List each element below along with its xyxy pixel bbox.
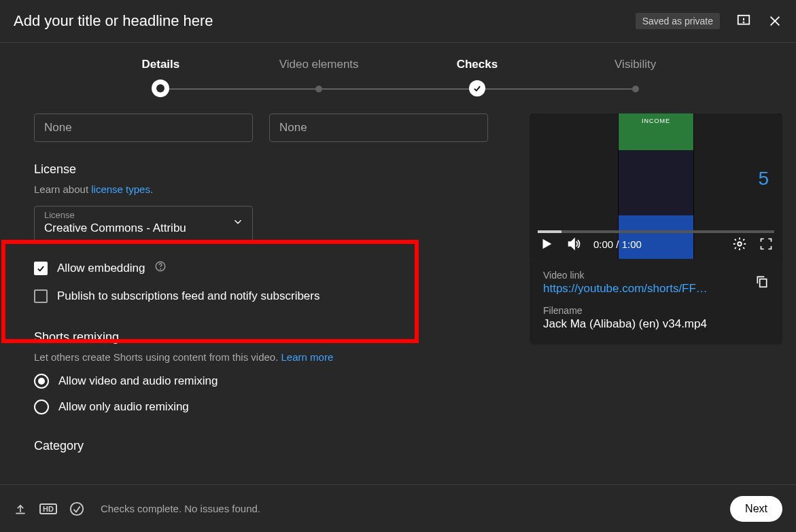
- settings-icon[interactable]: [732, 236, 747, 251]
- step-visibility[interactable]: Visibility: [556, 58, 714, 97]
- filename-label: Filename: [543, 305, 769, 316]
- select-box-1[interactable]: None: [34, 113, 253, 142]
- svg-rect-10: [760, 279, 767, 287]
- footer-status: Checks complete. No issues found.: [101, 503, 260, 514]
- check-circle-icon: [69, 501, 84, 516]
- video-preview-card: 5 0:00 / 1:00: [530, 113, 782, 344]
- upload-icon[interactable]: [14, 502, 27, 516]
- remix-learn-more-link[interactable]: Learn more: [281, 351, 334, 363]
- allow-embedding-checkbox[interactable]: [34, 262, 48, 275]
- svg-point-2: [744, 22, 744, 22]
- remix-opt1-label: Allow video and audio remixing: [58, 374, 218, 388]
- chevron-down-icon: [232, 216, 244, 232]
- allow-embedding-label: Allow embedding: [57, 262, 145, 275]
- license-select[interactable]: License Creative Commons - Attribu: [34, 206, 253, 241]
- license-types-link[interactable]: license types: [91, 183, 150, 195]
- select-box-2[interactable]: None: [269, 113, 488, 142]
- category-heading: Category: [34, 439, 516, 453]
- close-icon[interactable]: [767, 14, 782, 29]
- svg-point-6: [160, 268, 161, 269]
- license-subtext: Learn about license types.: [34, 183, 516, 195]
- step-details[interactable]: Details: [82, 58, 240, 97]
- fullscreen-icon[interactable]: [759, 237, 773, 251]
- video-time: 0:00 / 1:00: [593, 238, 642, 250]
- hd-badge: HD: [39, 503, 57, 514]
- svg-marker-8: [569, 239, 574, 249]
- svg-point-11: [71, 502, 83, 514]
- remix-opt2-label: Allow only audio remixing: [58, 400, 189, 414]
- video-link-label: Video link: [543, 270, 708, 281]
- license-heading: License: [34, 162, 516, 177]
- remix-subtext: Let others create Shorts using content f…: [34, 351, 516, 363]
- remix-heading: Shorts remixing: [34, 330, 516, 344]
- svg-point-9: [738, 242, 742, 246]
- volume-icon[interactable]: [566, 236, 581, 251]
- help-icon[interactable]: [154, 260, 167, 276]
- step-video-elements[interactable]: Video elements: [240, 58, 398, 97]
- next-button[interactable]: Next: [730, 496, 782, 522]
- video-link[interactable]: https://youtube.com/shorts/FF…: [543, 282, 708, 296]
- step-checks[interactable]: Checks: [398, 58, 557, 97]
- page-title: Add your title or headline here: [14, 12, 636, 30]
- remix-audio-only-radio[interactable]: [34, 400, 49, 414]
- save-status-badge: Saved as private: [636, 13, 720, 29]
- publish-subscribers-label: Publish to subscriptions feed and notify…: [57, 289, 319, 303]
- video-player[interactable]: 5 0:00 / 1:00: [530, 113, 782, 259]
- filename-value: Jack Ma (Alibaba) (en) v34.mp4: [543, 317, 769, 331]
- stepper: Details Video elements Checks Visibility: [0, 43, 796, 97]
- svg-marker-7: [543, 239, 552, 249]
- feedback-icon[interactable]: [736, 14, 751, 29]
- publish-subscribers-checkbox[interactable]: [34, 289, 48, 303]
- play-icon[interactable]: [539, 236, 554, 251]
- remix-video-audio-radio[interactable]: [34, 374, 49, 389]
- copy-icon[interactable]: [755, 273, 769, 292]
